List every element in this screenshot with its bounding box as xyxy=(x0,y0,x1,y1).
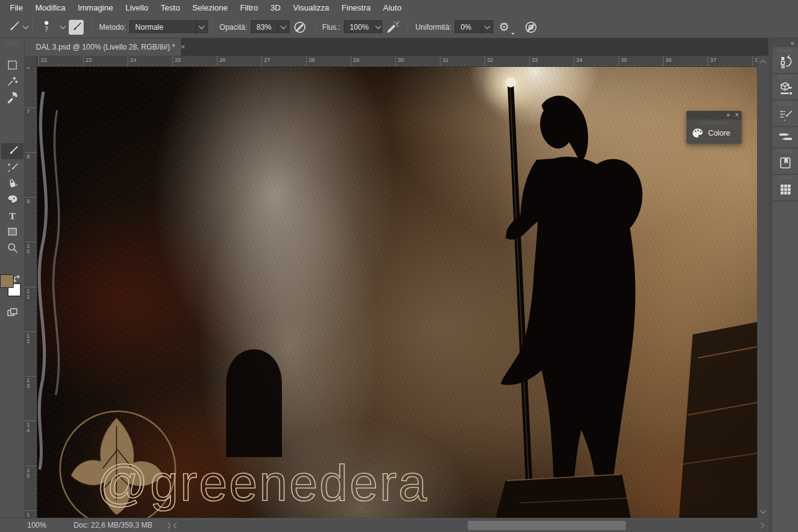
rectangular-marquee-tool[interactable] xyxy=(1,57,24,73)
scroll-up-icon[interactable] xyxy=(760,60,766,66)
toggle-brush-settings-button[interactable] xyxy=(69,20,84,35)
palette-icon xyxy=(691,127,704,139)
3d-panel-button[interactable] xyxy=(773,74,798,100)
panel-grip[interactable] xyxy=(699,121,729,124)
vertical-ruler: 678910111213141516 xyxy=(25,67,37,518)
hruler-tick: 29 xyxy=(353,57,359,63)
opacity-value: 83% xyxy=(252,23,278,32)
menu-testo[interactable]: Testo xyxy=(154,0,186,16)
pressure-size-icon[interactable] xyxy=(523,19,539,35)
scroll-left-icon[interactable] xyxy=(173,523,180,529)
tab-close-icon[interactable]: × xyxy=(181,43,186,51)
screen-mode-icon[interactable] xyxy=(1,305,24,321)
panel-close-icon[interactable]: × xyxy=(735,112,739,118)
opacity-chevron-icon[interactable] xyxy=(278,20,289,34)
eyedropper-tool[interactable] xyxy=(1,89,24,105)
menu-livello[interactable]: Livello xyxy=(119,0,154,16)
brushes-icon xyxy=(778,128,794,144)
dock-buttons xyxy=(773,47,798,532)
history-panel-button[interactable] xyxy=(773,47,798,74)
grey-wisps xyxy=(39,92,59,469)
libraries-icon xyxy=(778,155,794,171)
dock-collapse-icon[interactable]: « xyxy=(791,40,794,46)
opacity-label: Opacità: xyxy=(219,23,247,32)
vruler-tick: 7 xyxy=(27,109,32,115)
color-panel: » × Colore xyxy=(686,111,742,144)
panel-collapse-icon[interactable]: » xyxy=(727,112,730,118)
color-panel-tab[interactable]: Colore xyxy=(691,127,730,139)
document-tab[interactable]: DAL 3.psd @ 100% (Livello 28, RGB/8#) * … xyxy=(25,38,181,56)
magic-wand-tool[interactable] xyxy=(1,73,24,89)
history-icon xyxy=(778,54,794,70)
pressure-opacity-icon[interactable] xyxy=(292,19,308,35)
status-bar: 100% Doc: 22,6 MB/359,3 MB xyxy=(0,518,768,532)
staff xyxy=(482,67,539,518)
smoothing-input[interactable]: 0% xyxy=(455,20,493,34)
dock-header: « xyxy=(768,38,798,47)
brush-preview[interactable]: 7 xyxy=(37,21,56,33)
tool-preset-chevron-icon[interactable] xyxy=(23,23,29,29)
libraries-panel-button[interactable] xyxy=(773,148,798,175)
menu-file[interactable]: File xyxy=(4,0,29,16)
brush-tool[interactable] xyxy=(1,143,24,159)
hruler-tick: 25 xyxy=(175,57,181,63)
menu-immagine[interactable]: Immagine xyxy=(71,0,119,16)
menu-selezione[interactable]: Selezione xyxy=(186,0,234,16)
brush-settings-icon xyxy=(778,107,794,123)
flow-chevron-icon[interactable] xyxy=(374,20,382,34)
vruler-tick: 9 xyxy=(27,199,32,204)
zoom-level-field[interactable]: 100% xyxy=(27,521,46,530)
separator xyxy=(212,19,213,35)
vertical-scrollbar[interactable] xyxy=(757,56,768,518)
scroll-right-icon[interactable] xyxy=(758,523,765,529)
flow-input[interactable]: 100% xyxy=(344,20,382,34)
horizontal-scrollbar-thumb[interactable] xyxy=(468,521,626,530)
foreground-color-swatch[interactable] xyxy=(0,274,14,288)
photoshop-window: File Modifica Immagine Livello Testo Sel… xyxy=(0,0,798,532)
vruler-tick: 8 xyxy=(27,154,32,160)
menu-finestra[interactable]: Finestra xyxy=(335,0,377,16)
hruler-tick: 32 xyxy=(487,57,493,63)
rectangle-shape-tool[interactable] xyxy=(1,224,24,240)
document-canvas[interactable]: @greenedera xyxy=(37,67,757,518)
menu-modifica[interactable]: Modifica xyxy=(29,0,71,16)
paint-bucket-tool[interactable] xyxy=(1,175,24,191)
menu-aiuto[interactable]: Aiuto xyxy=(377,0,408,16)
menu-3d[interactable]: 3D xyxy=(264,0,287,16)
hruler-tick: 37 xyxy=(710,57,716,63)
blend-mode-label: Metodo: xyxy=(99,23,126,32)
blend-mode-value: Normale xyxy=(130,23,196,32)
airbrush-icon[interactable] xyxy=(385,19,401,35)
tool-options-bar: 7 Metodo: Normale Opacità: 83% Flus.: 10… xyxy=(0,16,798,38)
hruler-tick: 26 xyxy=(219,57,226,63)
smudge-tool[interactable] xyxy=(1,191,24,207)
horizontal-scrollbar[interactable] xyxy=(170,520,767,531)
brushes-panel-button[interactable] xyxy=(773,127,798,148)
menu-visualizza[interactable]: Visualizza xyxy=(287,0,335,16)
grid-panel-button[interactable] xyxy=(773,175,798,201)
smoothing-gear-icon[interactable]: ⚙ xyxy=(496,19,512,35)
mixer-brush-tool[interactable] xyxy=(1,159,24,175)
ruler-corner[interactable] xyxy=(25,56,37,67)
blend-mode-select[interactable]: Normale xyxy=(129,20,208,34)
brush-settings-panel-button[interactable] xyxy=(773,100,798,127)
toolbar-grip[interactable] xyxy=(5,40,19,45)
opacity-input[interactable]: 83% xyxy=(251,20,289,34)
tool-preset-brush-icon[interactable] xyxy=(5,19,21,35)
smoothing-chevron-icon[interactable] xyxy=(481,20,493,34)
hruler-tick: 23 xyxy=(86,57,92,63)
document-tab-bar: DAL 3.psd @ 100% (Livello 28, RGB/8#) * … xyxy=(25,38,768,56)
painting-artwork: @greenedera xyxy=(37,67,757,518)
scroll-down-icon[interactable] xyxy=(760,508,766,514)
svg-text:T: T xyxy=(9,211,16,221)
vruler-tick: 12 xyxy=(27,333,32,344)
hruler-tick: 24 xyxy=(130,57,136,63)
staff-orb xyxy=(506,77,515,87)
hruler-tick: 22 xyxy=(41,57,47,63)
blend-mode-chevron-icon[interactable] xyxy=(196,20,207,34)
menu-bar: File Modifica Immagine Livello Testo Sel… xyxy=(0,0,798,16)
menu-filtro[interactable]: Filtro xyxy=(234,0,265,16)
type-tool[interactable]: T xyxy=(1,207,24,224)
swap-colors-icon[interactable] xyxy=(13,276,19,282)
brush-picker-chevron-icon[interactable] xyxy=(60,23,66,29)
